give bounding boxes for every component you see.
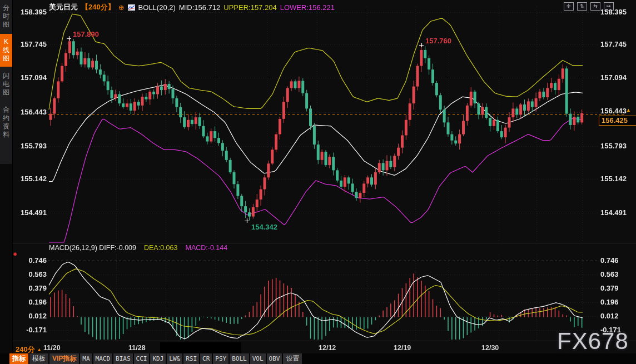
sidebar-item-kline[interactable]: K线图 — [0, 34, 12, 67]
bottom-toolbar: 指标 模板 VIP指标 MA MACD BIAS CCI KDJ LW& RSI… — [9, 353, 302, 364]
boll-lower-value: LOWER:156.221 — [280, 3, 335, 12]
price-axis-label: 157.094 — [600, 73, 627, 82]
boll-button[interactable]: BOLL — [230, 353, 249, 364]
template-button[interactable]: 模板 — [29, 353, 48, 364]
price-axis-label: 158.395 — [16, 8, 47, 16]
indicator-button[interactable]: 指标 — [9, 353, 28, 364]
macd-axis-label: 0.379 — [600, 284, 619, 292]
obv-button[interactable]: OBV — [267, 353, 282, 364]
macd-axis-label: 0.563 — [16, 270, 47, 278]
boll-upper-value: UPPER:157.204 — [223, 3, 276, 12]
macd-axis-label: 0.012 — [600, 312, 619, 320]
macd-axis-label: 0.012 — [16, 312, 47, 320]
macd-axis-label: 0.196 — [16, 298, 47, 306]
macd-title: MACD(26,12,9) DIFF:-0.009 — [49, 244, 136, 252]
macd-axis-label: 0.563 — [600, 270, 619, 278]
symbol-title: 美元日元 — [49, 2, 78, 12]
period-badge: 【240分】 — [81, 2, 115, 12]
chart-canvas[interactable] — [0, 0, 636, 364]
trading-terminal: 分时图 K线图 闪电图 合约资料 美元日元 【240分】 ⊕ BOLL(20,2… — [0, 0, 636, 364]
price-axis-label: 157.094 — [16, 73, 47, 82]
macd-axis-label: 0.196 — [600, 298, 619, 306]
price-axis-label: 158.395 — [600, 8, 627, 16]
macd-axis-label: 0.746 — [16, 256, 47, 265]
date-label: 12/12 — [319, 344, 336, 352]
annotation-high-1: 157.890 — [73, 30, 99, 38]
macd-header: MACD(26,12,9) DIFF:-0.009 DEA:0.063 MACD… — [49, 244, 227, 252]
price-axis-label: 154.491 — [16, 208, 47, 217]
collapse-circle-icon[interactable]: ⊕ — [118, 4, 125, 11]
price-axis-label: 157.745 — [600, 40, 627, 48]
price-axis-label: 155.793 — [16, 142, 47, 150]
boll-mid-value: MID:156.712 — [179, 3, 220, 12]
macd-axis-label: 0.746 — [600, 256, 619, 265]
price-axis-label: 155.142 — [16, 174, 47, 183]
macd-axis-label: -0.171 — [600, 326, 621, 334]
current-level-label: 156.443 — [600, 107, 627, 115]
macd-value: MACD:-0.144 — [185, 244, 227, 252]
sidebar-empty-area — [0, 164, 12, 364]
rsi-button[interactable]: RSI — [183, 353, 199, 364]
annotation-high-2: 157.760 — [425, 37, 451, 45]
sidebar-item-label: K线图 — [2, 38, 10, 63]
date-label: 11/20 — [43, 344, 61, 352]
sidebar-item-label: 分时图 — [2, 4, 10, 29]
scale-y-axis-icon[interactable]: ⇅ — [577, 2, 587, 11]
cr-button[interactable]: CR — [200, 353, 212, 364]
psy-button[interactable]: PSY — [213, 353, 228, 364]
sidebar-item-label: 合约资料 — [2, 106, 10, 139]
vip-indicator-button[interactable]: VIP指标 — [49, 353, 79, 364]
date-label: 12/19 — [394, 344, 411, 352]
price-axis-label: 156.443 — [16, 108, 47, 116]
sidebar-item-contract-info[interactable]: 合约资料 — [0, 102, 12, 143]
cci-button[interactable]: CCI — [134, 353, 150, 364]
sidebar-item-lightning[interactable]: 闪电图 — [0, 68, 12, 101]
sidebar-item-timeshare[interactable]: 分时图 — [0, 0, 12, 33]
lwr-button[interactable]: LW& — [167, 353, 182, 364]
macd-axis-label: 0.379 — [16, 284, 47, 292]
chart-header: 美元日元 【240分】 ⊕ BOLL(20,2) MID:156.712 UPP… — [49, 2, 335, 12]
settings-button[interactable]: 设置 — [283, 353, 302, 364]
current-price-badge: 156.425 — [599, 116, 636, 126]
bias-button[interactable]: BIAS — [113, 353, 133, 364]
triangle-up-icon: ▲ — [37, 347, 42, 352]
date-label: 12/30 — [481, 344, 499, 352]
price-axis-label: 154.491 — [600, 208, 627, 217]
mini-chart-icon[interactable] — [128, 4, 135, 11]
vol-button[interactable]: VOL — [250, 353, 266, 364]
kdj-button[interactable]: KDJ — [150, 353, 166, 364]
macd-dea-value: DEA:0.063 — [144, 244, 177, 252]
ma-button[interactable]: MA — [80, 353, 92, 364]
scale-x-axis-icon[interactable]: ⇆ — [590, 2, 600, 11]
macd-axis-label: -0.171 — [16, 326, 47, 334]
crosshair-icon[interactable]: ✛ — [564, 2, 574, 11]
boll-indicator-label: BOLL(20,2) — [138, 3, 176, 12]
sidebar: 分时图 K线图 闪电图 合约资料 — [0, 0, 13, 364]
price-axis-label: 157.745 — [16, 40, 47, 48]
price-alert-icon[interactable]: ▲ — [626, 107, 631, 113]
sidebar-item-label: 闪电图 — [2, 72, 10, 97]
price-axis-label: 155.142 — [600, 174, 627, 183]
macd-button[interactable]: MACD — [93, 353, 113, 364]
date-label: 11/28 — [128, 344, 146, 352]
period-label: 240分 — [16, 345, 35, 353]
price-axis-label: 155.793 — [600, 142, 627, 150]
redaction-box — [160, 342, 241, 354]
annotation-low-1: 154.342 — [251, 223, 277, 231]
